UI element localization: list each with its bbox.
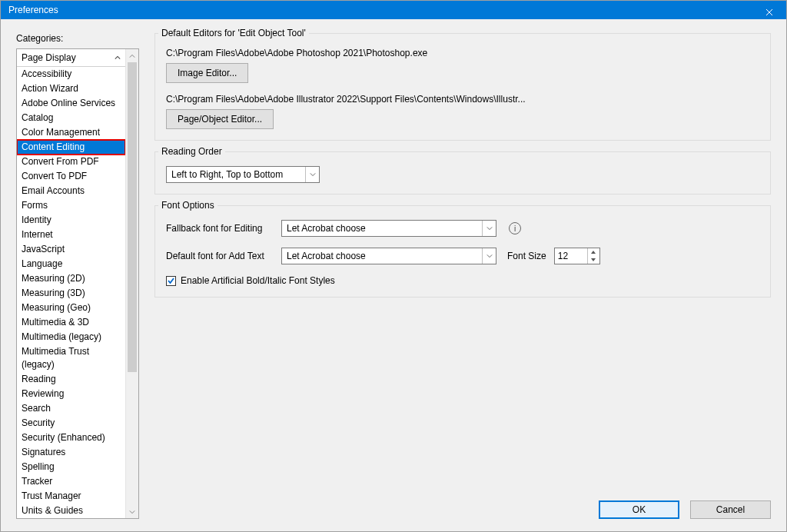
titlebar: Preferences: [1, 1, 786, 19]
category-item[interactable]: Email Accounts: [17, 184, 125, 198]
category-item[interactable]: Action Wizard: [17, 81, 125, 96]
chevron-down-icon: [310, 171, 316, 178]
chevron-up-icon: [591, 251, 596, 254]
reading-order-group: Reading Order Left to Right, Top to Bott…: [154, 151, 771, 195]
font-options-legend: Font Options: [158, 200, 218, 211]
settings-panel: Default Editors for 'Edit Object Tool' C…: [154, 33, 771, 519]
artificial-styles-checkbox[interactable]: [166, 276, 176, 286]
category-item[interactable]: Color Management: [17, 125, 125, 140]
dialog-body: Categories: Page Display AccessibilityAc…: [1, 19, 786, 531]
chevron-down-icon: [129, 509, 135, 515]
category-item[interactable]: Multimedia & 3D: [17, 315, 125, 330]
category-item[interactable]: Signatures: [17, 445, 125, 460]
fallback-font-row: Fallback font for Editing Let Acrobat ch…: [166, 220, 759, 237]
page-editor-button[interactable]: Page/Object Editor...: [166, 109, 274, 129]
font-size-label: Font Size: [507, 251, 546, 261]
font-size-value: 12: [558, 251, 568, 261]
dialog-footer: OK Cancel: [154, 500, 771, 519]
font-options-group: Font Options Fallback font for Editing L…: [154, 205, 771, 298]
chevron-up-icon: [115, 55, 121, 61]
chevron-down-icon: [486, 253, 493, 259]
category-item[interactable]: Reading: [17, 372, 125, 387]
category-item[interactable]: JavaScript: [17, 242, 125, 257]
ok-button[interactable]: OK: [599, 500, 679, 519]
categories-listbox[interactable]: Page Display AccessibilityAction WizardA…: [17, 49, 125, 518]
category-item[interactable]: Convert To PDF: [17, 169, 125, 184]
spinner-buttons: [587, 248, 599, 264]
close-icon: [765, 8, 773, 16]
reading-order-value: Left to Right, Top to Bottom: [171, 169, 283, 180]
category-item[interactable]: Measuring (Geo): [17, 301, 125, 315]
chevron-down-icon: [486, 225, 493, 231]
category-item[interactable]: Security (Enhanced): [17, 431, 125, 445]
spinner-up[interactable]: [588, 248, 599, 256]
categories-header-text: Page Display: [22, 52, 76, 63]
fallback-font-select[interactable]: Let Acrobat choose: [281, 220, 496, 237]
category-item[interactable]: Trust Manager: [17, 489, 125, 504]
categories-scrollbar[interactable]: [125, 49, 138, 518]
scroll-down-button[interactable]: [126, 505, 138, 518]
reading-order-legend: Reading Order: [158, 146, 225, 157]
artificial-styles-label: Enable Artificial Bold/Italic Font Style…: [181, 275, 335, 286]
category-item[interactable]: Multimedia (legacy): [17, 330, 125, 344]
reading-order-select[interactable]: Left to Right, Top to Bottom: [166, 166, 320, 183]
category-item[interactable]: Spelling: [17, 460, 125, 474]
chevron-down-icon: [591, 258, 596, 261]
default-editors-legend: Default Editors for 'Edit Object Tool': [158, 28, 309, 38]
default-font-label: Default font for Add Text: [166, 251, 274, 261]
image-editor-button[interactable]: Image Editor...: [166, 63, 248, 83]
info-icon[interactable]: i: [509, 222, 521, 234]
categories-header[interactable]: Page Display: [17, 49, 125, 67]
category-item[interactable]: Search: [17, 401, 125, 416]
window-title: Preferences: [8, 5, 58, 15]
artificial-styles-row: Enable Artificial Bold/Italic Font Style…: [166, 275, 759, 286]
select-arrow: [482, 221, 496, 236]
image-editor-row: C:\Program Files\Adobe\Adobe Photoshop 2…: [166, 48, 759, 83]
category-item[interactable]: Internet: [17, 228, 125, 242]
check-icon: [167, 277, 175, 285]
select-arrow: [482, 248, 496, 264]
close-button[interactable]: [752, 1, 786, 24]
category-item[interactable]: Catalog: [17, 111, 125, 125]
category-item[interactable]: Identity: [17, 213, 125, 228]
category-item[interactable]: Adobe Online Services: [17, 96, 125, 111]
font-size-spinner[interactable]: 12: [554, 248, 600, 264]
page-editor-row: C:\Program Files\Adobe\Adobe Illustrator…: [166, 94, 759, 129]
category-item[interactable]: Measuring (3D): [17, 286, 125, 301]
category-item[interactable]: Accessibility: [17, 67, 125, 81]
chevron-up-icon: [129, 53, 135, 59]
category-item[interactable]: Convert From PDF: [17, 155, 125, 169]
categories-label: Categories:: [16, 33, 139, 44]
fallback-font-value: Let Acrobat choose: [287, 223, 366, 234]
cancel-button[interactable]: Cancel: [690, 500, 771, 519]
category-item[interactable]: Forms: [17, 198, 125, 213]
category-item[interactable]: Language: [17, 257, 125, 271]
spinner-down[interactable]: [588, 256, 599, 264]
category-item[interactable]: Security: [17, 416, 125, 431]
categories-panel: Categories: Page Display AccessibilityAc…: [16, 33, 139, 519]
select-arrow: [305, 167, 319, 182]
scroll-thumb[interactable]: [128, 62, 137, 372]
default-font-row: Default font for Add Text Let Acrobat ch…: [166, 248, 759, 264]
category-item[interactable]: Multimedia Trust (legacy): [17, 344, 125, 372]
category-item[interactable]: Measuring (2D): [17, 271, 125, 286]
categories-items: AccessibilityAction WizardAdobe Online S…: [17, 67, 125, 518]
preferences-dialog: Preferences Categories: Page Display Acc…: [0, 0, 787, 532]
fallback-font-label: Fallback font for Editing: [166, 223, 274, 234]
category-item[interactable]: Tracker: [17, 474, 125, 489]
category-item[interactable]: Content Editing: [17, 140, 125, 155]
categories-list-wrap: Page Display AccessibilityAction WizardA…: [16, 48, 139, 519]
scroll-track[interactable]: [126, 62, 138, 505]
default-font-value: Let Acrobat choose: [287, 251, 366, 261]
default-editors-group: Default Editors for 'Edit Object Tool' C…: [154, 33, 771, 141]
image-editor-path: C:\Program Files\Adobe\Adobe Photoshop 2…: [166, 48, 759, 58]
category-item[interactable]: Reviewing: [17, 387, 125, 401]
page-editor-path: C:\Program Files\Adobe\Adobe Illustrator…: [166, 94, 759, 105]
default-font-select[interactable]: Let Acrobat choose: [281, 248, 496, 264]
category-item[interactable]: Units & Guides: [17, 504, 125, 518]
scroll-up-button[interactable]: [126, 49, 138, 62]
